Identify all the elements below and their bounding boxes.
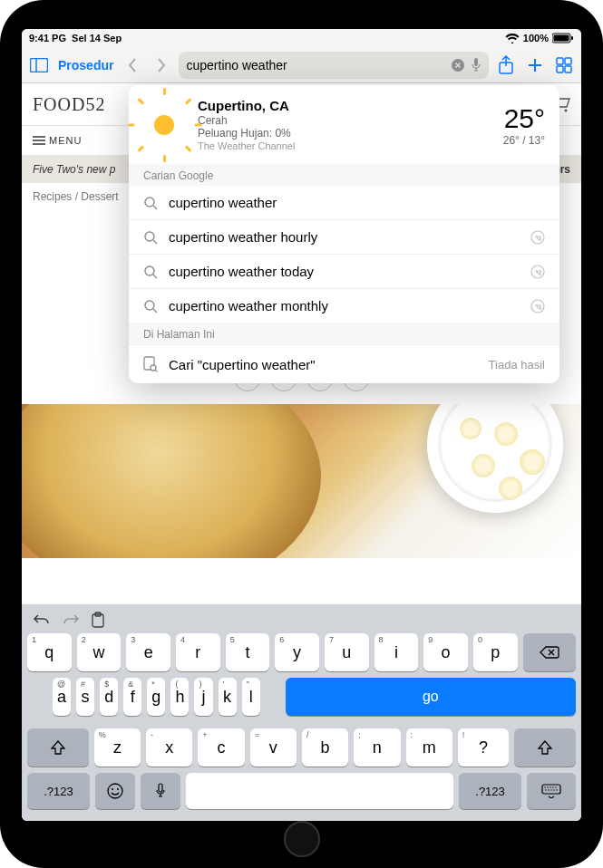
battery-icon bbox=[552, 33, 574, 43]
punctuation-key[interactable]: !? bbox=[458, 728, 509, 767]
back-icon[interactable] bbox=[121, 53, 144, 77]
redo-icon[interactable] bbox=[62, 612, 80, 627]
svg-point-43 bbox=[550, 789, 551, 790]
shift-key-right[interactable] bbox=[514, 728, 576, 767]
site-logo[interactable]: FOOD52 bbox=[33, 94, 105, 115]
shift-key[interactable] bbox=[27, 728, 89, 767]
suggestion-text: cupertino weather today bbox=[169, 264, 520, 279]
key-r[interactable]: 4r bbox=[176, 633, 220, 671]
svg-point-36 bbox=[544, 786, 545, 787]
find-on-page[interactable]: Cari "cupertino weather" Tiada hasil bbox=[129, 344, 559, 383]
svg-point-15 bbox=[145, 198, 154, 207]
keyboard: 1q2w3e4r5t6y7u8i9o0p @a#s$d&f*g(h)j'k"l … bbox=[22, 604, 581, 821]
on-this-page-header: Di Halaman Ini bbox=[129, 323, 559, 344]
key-h[interactable]: (h bbox=[170, 678, 189, 716]
menu-button[interactable]: MENU bbox=[33, 135, 82, 146]
weather-card[interactable]: Cupertino, CA Cerah Peluang Hujan: 0% Th… bbox=[129, 85, 559, 164]
svg-point-39 bbox=[552, 786, 553, 787]
browser-toolbar: Prosedur bbox=[22, 47, 581, 83]
key-b[interactable]: /b bbox=[302, 728, 348, 767]
svg-line-24 bbox=[153, 309, 157, 313]
search-icon bbox=[143, 265, 158, 279]
undo-icon[interactable] bbox=[33, 612, 51, 627]
key-u[interactable]: 7u bbox=[325, 633, 369, 671]
svg-point-41 bbox=[545, 789, 546, 790]
append-icon[interactable] bbox=[530, 299, 545, 313]
status-date: Sel 14 Sep bbox=[72, 33, 122, 43]
home-button[interactable] bbox=[284, 821, 320, 857]
key-v[interactable]: =v bbox=[250, 728, 297, 767]
key-g[interactable]: *g bbox=[147, 678, 165, 716]
key-j[interactable]: )j bbox=[194, 678, 212, 716]
status-time: 9:41 PG bbox=[29, 33, 66, 43]
sidebar-icon[interactable] bbox=[27, 53, 51, 77]
numbers-key-right[interactable]: .?123 bbox=[459, 773, 521, 809]
key-x[interactable]: -x bbox=[146, 728, 192, 767]
key-t[interactable]: 5t bbox=[226, 633, 270, 671]
numbers-key[interactable]: .?123 bbox=[27, 773, 90, 809]
svg-point-42 bbox=[548, 789, 549, 790]
sidebar-label[interactable]: Prosedur bbox=[56, 58, 115, 72]
key-a[interactable]: @a bbox=[53, 678, 71, 716]
svg-point-38 bbox=[550, 786, 550, 787]
suggestion-item[interactable]: cupertino weather today bbox=[129, 254, 559, 288]
key-y[interactable]: 6y bbox=[275, 633, 319, 671]
key-e[interactable]: 3e bbox=[126, 633, 170, 671]
svg-rect-6 bbox=[474, 58, 478, 66]
key-d[interactable]: $d bbox=[100, 678, 118, 716]
key-f[interactable]: &f bbox=[123, 678, 141, 716]
clear-icon[interactable] bbox=[451, 58, 465, 72]
svg-rect-10 bbox=[557, 66, 563, 72]
dictate-key[interactable] bbox=[141, 773, 180, 809]
suggestion-text: cupertino weather hourly bbox=[169, 229, 520, 245]
svg-line-16 bbox=[153, 206, 157, 209]
url-bar[interactable] bbox=[179, 52, 489, 79]
share-icon[interactable] bbox=[494, 53, 518, 77]
svg-line-18 bbox=[153, 240, 157, 244]
find-on-page-label: Cari "cupertino weather" bbox=[169, 357, 478, 372]
weather-source: The Weather Channel bbox=[198, 140, 491, 151]
suggestion-text: cupertino weather monthly bbox=[169, 298, 520, 313]
weather-rain: Peluang Hujan: 0% bbox=[198, 127, 491, 140]
emoji-key[interactable] bbox=[95, 773, 135, 809]
suggestion-item[interactable]: cupertino weather bbox=[129, 186, 559, 219]
svg-point-31 bbox=[108, 784, 122, 798]
tabs-icon[interactable] bbox=[552, 53, 576, 77]
svg-point-19 bbox=[531, 231, 544, 244]
mic-icon[interactable] bbox=[471, 57, 481, 73]
append-icon[interactable] bbox=[530, 265, 545, 279]
suggestion-item[interactable]: cupertino weather hourly bbox=[129, 219, 559, 254]
key-i[interactable]: 8i bbox=[374, 633, 419, 671]
clipboard-icon[interactable] bbox=[91, 612, 105, 628]
key-m[interactable]: :m bbox=[406, 728, 452, 767]
svg-point-23 bbox=[145, 301, 154, 310]
backspace-key[interactable] bbox=[523, 633, 576, 671]
suggestion-item[interactable]: cupertino weather monthly bbox=[129, 288, 559, 323]
svg-point-22 bbox=[531, 265, 544, 278]
svg-point-13 bbox=[565, 110, 568, 112]
key-k[interactable]: 'k bbox=[219, 678, 237, 716]
svg-line-28 bbox=[155, 370, 158, 372]
svg-point-33 bbox=[117, 788, 119, 790]
search-icon bbox=[143, 299, 158, 313]
key-s[interactable]: #s bbox=[76, 678, 94, 716]
svg-rect-8 bbox=[557, 58, 563, 64]
search-input[interactable] bbox=[186, 58, 445, 72]
space-key[interactable] bbox=[186, 773, 453, 809]
hide-keyboard-key[interactable] bbox=[527, 773, 576, 809]
new-tab-icon[interactable] bbox=[523, 53, 547, 77]
key-o[interactable]: 9o bbox=[423, 633, 468, 671]
key-w[interactable]: 2w bbox=[77, 633, 122, 671]
key-c[interactable]: +c bbox=[198, 728, 244, 767]
key-q[interactable]: 1q bbox=[27, 633, 72, 671]
go-key[interactable]: go bbox=[286, 678, 576, 716]
append-icon[interactable] bbox=[530, 230, 545, 245]
key-z[interactable]: %z bbox=[94, 728, 141, 767]
sun-icon bbox=[143, 104, 185, 146]
forward-icon[interactable] bbox=[150, 53, 173, 77]
key-n[interactable]: ;n bbox=[354, 728, 400, 767]
weather-location: Cupertino, CA bbox=[198, 98, 491, 113]
svg-point-40 bbox=[555, 786, 556, 787]
key-p[interactable]: 0p bbox=[473, 633, 518, 671]
key-l[interactable]: "l bbox=[242, 678, 260, 716]
